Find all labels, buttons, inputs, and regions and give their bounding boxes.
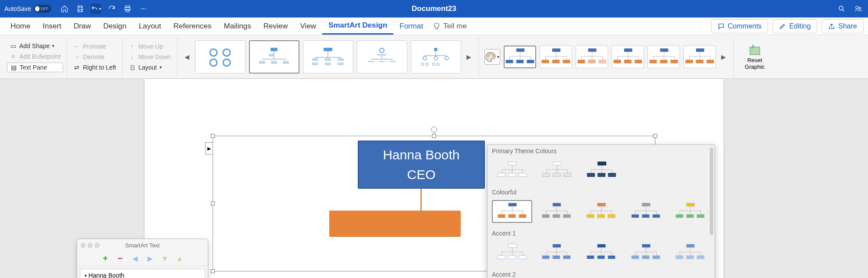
resize-handle-tr[interactable] — [653, 134, 657, 138]
account-icon[interactable] — [853, 4, 864, 14]
expand-textpane-tab[interactable]: ▶ — [205, 142, 213, 155]
comments-label: Comments — [728, 22, 761, 30]
tab-references[interactable]: References — [167, 18, 218, 34]
svg-point-10 — [223, 49, 230, 56]
color-strip-option-3[interactable] — [612, 46, 644, 68]
tell-me[interactable]: Tell me — [433, 22, 467, 31]
accent1-option-4[interactable] — [670, 241, 710, 264]
ribbon-group-shapes: ▭Add Shape ▾ ≡Add Bulletpoint ▤Text Pane — [4, 37, 67, 77]
svg-rect-14 — [269, 54, 274, 56]
titlebar-right — [836, 4, 864, 14]
colourful-option-4[interactable] — [670, 200, 710, 223]
color-strip-option-5[interactable] — [683, 46, 716, 68]
tab-format[interactable]: Format — [393, 18, 429, 34]
right-to-left-button[interactable]: ⇄Right to Left — [71, 63, 119, 72]
colourful-option-2[interactable] — [581, 200, 621, 223]
move-up-icon[interactable]: ▲ — [176, 255, 184, 263]
reset-graphic-button[interactable]: Reset Graphic — [733, 37, 776, 77]
window-controls[interactable] — [81, 243, 100, 248]
tab-smartart-design[interactable]: SmartArt Design — [322, 18, 393, 35]
layout-thumb-1[interactable] — [195, 40, 245, 74]
save-icon[interactable] — [75, 4, 85, 14]
rotation-handle[interactable] — [431, 127, 437, 133]
tab-review[interactable]: Review — [257, 18, 294, 34]
accent1-option-3[interactable] — [626, 241, 666, 264]
tab-mailings[interactable]: Mailings — [217, 18, 257, 34]
bullet-icon: ≡ — [10, 53, 17, 60]
smartart-text-pane[interactable]: SmartArt Text + − ◀ ▶ ▼ ▲ ▪ Hanna BoothC… — [77, 239, 208, 278]
accent1-option-1[interactable] — [537, 241, 577, 264]
svg-point-4 — [143, 8, 144, 9]
editing-button[interactable]: Editing — [772, 19, 817, 33]
max-dot[interactable] — [95, 243, 100, 248]
layout-thumb-3[interactable] — [303, 40, 353, 74]
search-icon[interactable] — [836, 4, 847, 14]
color-strip-next[interactable]: ▶ — [719, 40, 728, 74]
dropdown-scrollbar[interactable] — [710, 148, 713, 235]
textpane-list[interactable]: ▪ Hanna BoothCEO└▪ [Text]▪ [Text]▪ [Text… — [80, 269, 205, 278]
share-label: Share — [838, 22, 857, 30]
primary-option-2[interactable] — [581, 159, 622, 182]
tab-layout[interactable]: Layout — [132, 18, 167, 34]
more-icon[interactable] — [138, 4, 149, 14]
tab-view[interactable]: View — [294, 18, 323, 34]
color-strip-option-2[interactable] — [576, 46, 608, 68]
tab-draw[interactable]: Draw — [68, 18, 97, 34]
change-colors-button[interactable]: ▾ — [484, 49, 500, 65]
resize-handle-tl[interactable] — [211, 134, 215, 138]
add-shape-button[interactable]: ▭Add Shape ▾ — [7, 42, 63, 50]
move-down-icon[interactable]: ▼ — [161, 255, 169, 263]
accent1-option-0[interactable] — [492, 241, 532, 264]
textpane-item-0[interactable]: ▪ Hanna Booth — [80, 271, 205, 278]
tab-insert[interactable]: Insert — [36, 18, 68, 34]
primary-option-1[interactable] — [537, 159, 577, 182]
outdent-icon[interactable]: ◀ — [131, 255, 139, 263]
print-icon[interactable] — [122, 4, 133, 14]
color-strip-option-4[interactable] — [647, 46, 680, 68]
text-pane-button[interactable]: ▤Text Pane — [7, 63, 63, 72]
resize-handle-bl[interactable] — [211, 269, 215, 273]
gallery-prev[interactable]: ◀ — [183, 40, 192, 74]
smartart-node-child[interactable] — [329, 211, 461, 237]
color-strip-option-1[interactable] — [540, 46, 572, 68]
min-dot[interactable] — [88, 243, 92, 248]
svg-point-40 — [434, 56, 438, 60]
layout-button[interactable]: ⌼Layout ▾ — [126, 63, 174, 72]
comment-icon — [718, 23, 725, 30]
primary-option-0[interactable] — [492, 159, 532, 182]
undo-icon[interactable]: ▾ — [91, 4, 101, 14]
toggle-switch[interactable]: OFF — [34, 5, 51, 13]
layout-thumb-2[interactable] — [249, 40, 299, 74]
gallery-next[interactable]: ▶ — [465, 40, 473, 74]
smartart-node-ceo[interactable]: Hanna Booth CEO — [358, 141, 485, 189]
indent-icon[interactable]: ▶ — [146, 255, 154, 263]
autosave-state: OFF — [41, 7, 49, 11]
layout-thumb-5[interactable] — [411, 40, 461, 74]
resize-handle-t[interactable] — [432, 134, 436, 138]
colourful-option-3[interactable] — [626, 200, 666, 223]
colourful-option-1[interactable] — [537, 200, 577, 223]
autosave-toggle[interactable]: AutoSave OFF — [4, 5, 51, 13]
textpane-titlebar[interactable]: SmartArt Text — [77, 239, 208, 251]
svg-rect-26 — [325, 63, 331, 65]
add-item-icon[interactable]: + — [101, 255, 109, 263]
titlebar: AutoSave OFF ▾ Document23 — [0, 0, 868, 18]
svg-point-46 — [487, 55, 489, 56]
comments-button[interactable]: Comments — [711, 19, 768, 33]
tab-design[interactable]: Design — [97, 18, 133, 34]
color-strip-option-0[interactable] — [504, 46, 536, 68]
share-button[interactable]: Share — [822, 19, 864, 33]
ribbon-group-promote: ←Promote →Demote ⇄Right to Left — [67, 37, 123, 77]
tab-home[interactable]: Home — [4, 18, 36, 34]
remove-item-icon[interactable]: − — [116, 255, 124, 263]
resize-handle-l[interactable] — [211, 202, 215, 206]
close-dot[interactable] — [81, 243, 85, 248]
redo-icon[interactable] — [107, 4, 117, 14]
ribbon-group-move: ↑Move Up ↓Move Down ⌼Layout ▾ — [123, 37, 178, 77]
accent1-option-2[interactable] — [581, 241, 621, 264]
textpane-icon: ▤ — [10, 64, 17, 71]
layout-thumb-4[interactable] — [357, 40, 407, 74]
color-dropdown: Primary Theme Colours Colourful — [487, 144, 715, 278]
colourful-option-0[interactable] — [492, 200, 532, 223]
home-icon[interactable] — [59, 4, 70, 14]
